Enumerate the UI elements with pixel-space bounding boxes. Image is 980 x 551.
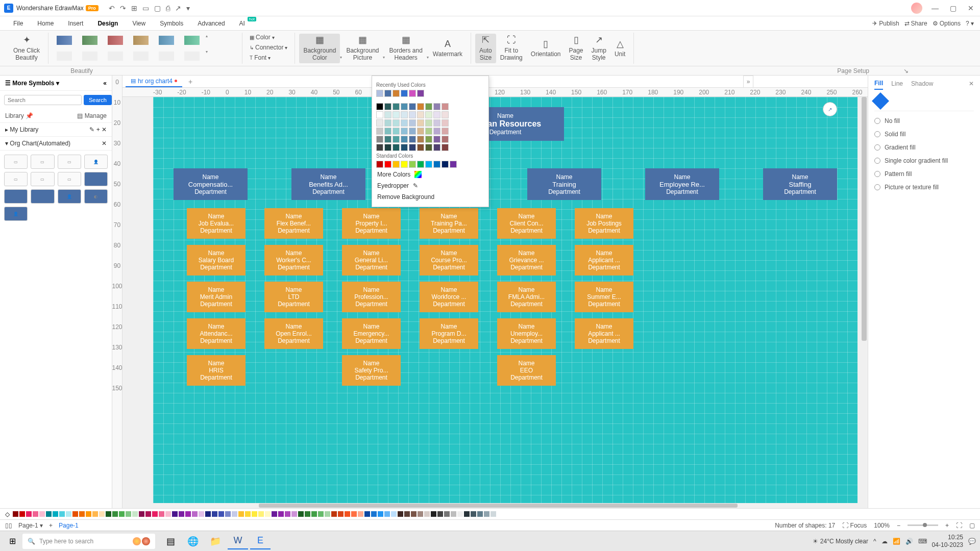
- fill-tab[interactable]: Fill: [874, 80, 883, 90]
- close-button[interactable]: ✕: [966, 4, 976, 12]
- color-swatch[interactable]: [393, 119, 400, 127]
- color-swatch[interactable]: [442, 144, 449, 151]
- color-swatch[interactable]: [425, 128, 432, 135]
- strip-color[interactable]: [33, 511, 38, 517]
- strip-color[interactable]: [278, 511, 284, 517]
- strip-color[interactable]: [159, 511, 164, 517]
- sub-box[interactable]: NameOpen Enrol...Department: [264, 318, 323, 349]
- weather[interactable]: ☀ 24°C Mostly clear: [813, 538, 868, 545]
- strip-color[interactable]: [351, 511, 357, 517]
- strip-color[interactable]: [424, 511, 430, 517]
- color-swatch[interactable]: [376, 161, 383, 168]
- orientation[interactable]: ▯Orientation: [527, 34, 565, 63]
- symbol-5[interactable]: ▭: [4, 172, 28, 186]
- strip-color[interactable]: [431, 511, 436, 517]
- theme-10[interactable]: [129, 49, 153, 63]
- doc-tab[interactable]: ▤ hr org chart4: [126, 76, 182, 87]
- sub-box[interactable]: NameJob PostingsDepartment: [575, 208, 633, 239]
- dept-box[interactable]: NameCompensatio...Department: [174, 168, 248, 200]
- color-swatch[interactable]: [393, 103, 400, 110]
- page-add[interactable]: +: [49, 522, 53, 529]
- taskbar-search[interactable]: 🔍 Type here to search: [22, 534, 155, 549]
- tray-notifications[interactable]: 💬: [968, 538, 976, 545]
- print-button[interactable]: ⎙: [166, 4, 170, 12]
- my-library[interactable]: ▸ My Library: [5, 126, 38, 133]
- tray-wifi[interactable]: 📶: [893, 538, 900, 545]
- app-edrawmax[interactable]: E: [250, 533, 271, 549]
- tray-onedrive[interactable]: ☁: [881, 538, 888, 545]
- qat-more[interactable]: ▾: [186, 4, 190, 12]
- strip-color[interactable]: [298, 511, 304, 517]
- strip-color[interactable]: [291, 511, 297, 517]
- color-swatch[interactable]: [384, 119, 391, 127]
- dept-box[interactable]: NameEmployee Re...Department: [645, 168, 719, 200]
- expand-right-panel[interactable]: »: [743, 76, 753, 88]
- strip-color[interactable]: [451, 511, 456, 517]
- color-swatch[interactable]: [401, 103, 408, 110]
- theme-3[interactable]: [104, 34, 127, 47]
- sub-box[interactable]: NameFMLA Admi...Department: [497, 282, 556, 312]
- sub-box[interactable]: NameGrievance ...Department: [497, 245, 556, 276]
- strip-color[interactable]: [99, 511, 105, 517]
- zoom-out[interactable]: −: [897, 522, 900, 529]
- strip-color[interactable]: [491, 511, 496, 517]
- open-button[interactable]: ▭: [142, 4, 149, 12]
- fill-solid[interactable]: Solid fill: [874, 128, 974, 141]
- sub-box[interactable]: NameEmergency...Department: [342, 318, 401, 349]
- strip-color[interactable]: [484, 511, 489, 517]
- color-swatch[interactable]: [409, 111, 416, 118]
- sub-box[interactable]: NameCourse Pro...Department: [420, 245, 478, 276]
- share-button[interactable]: ⇄ Share: [904, 20, 927, 27]
- manage-button[interactable]: ▤ Manage: [77, 112, 107, 119]
- menu-home[interactable]: Home: [30, 18, 61, 29]
- sub-box[interactable]: NameProperty I...Department: [342, 208, 401, 239]
- fullscreen-icon[interactable]: ▢: [969, 522, 975, 529]
- maximize-button[interactable]: ▢: [948, 4, 959, 12]
- strip-color[interactable]: [39, 511, 45, 517]
- page-size[interactable]: ▯Page Size: [565, 34, 587, 63]
- tray-lang[interactable]: ⌨: [918, 538, 927, 545]
- color-swatch[interactable]: [393, 111, 400, 118]
- color-swatch[interactable]: [425, 119, 432, 127]
- tray-sound[interactable]: 🔊: [905, 538, 913, 545]
- task-view[interactable]: ▤: [160, 533, 181, 549]
- more-colors[interactable]: More Colors: [376, 169, 484, 180]
- remove-background[interactable]: Remove Background: [376, 191, 484, 203]
- color-dropdown[interactable]: ▦ Color ▾: [247, 33, 278, 42]
- theme-1[interactable]: [53, 34, 76, 47]
- sub-box[interactable]: NameEEODepartment: [497, 355, 556, 386]
- vscrollbar[interactable]: [861, 97, 868, 503]
- color-swatch[interactable]: [417, 128, 424, 135]
- menu-insert[interactable]: Insert: [61, 18, 90, 29]
- symbol-13[interactable]: 👤: [4, 207, 28, 221]
- strip-color[interactable]: [464, 511, 470, 517]
- dept-box[interactable]: NameBenefits Ad...Department: [291, 168, 365, 200]
- search-input[interactable]: [4, 95, 82, 105]
- strip-color[interactable]: [384, 511, 390, 517]
- strip-color[interactable]: [272, 511, 277, 517]
- eyedropper[interactable]: Eyedropper✎: [376, 180, 484, 191]
- menu-file[interactable]: File: [6, 18, 30, 29]
- fill-gradient[interactable]: Gradient fill: [874, 141, 974, 154]
- color-swatch[interactable]: [376, 136, 383, 143]
- auto-size[interactable]: ⇱Auto Size: [475, 34, 496, 63]
- sub-box[interactable]: NameWorker's C...Department: [264, 245, 323, 276]
- sub-box[interactable]: NameSalary BoardDepartment: [187, 245, 246, 276]
- sub-box[interactable]: NameAttendanc...Department: [187, 318, 246, 349]
- theme-6[interactable]: [180, 34, 204, 47]
- strip-color[interactable]: [92, 511, 98, 517]
- sub-box[interactable]: NameSafety Pro...Department: [342, 355, 401, 386]
- symbol-11[interactable]: 👤: [58, 189, 81, 204]
- color-swatch[interactable]: [376, 119, 383, 127]
- color-swatch[interactable]: [442, 161, 449, 168]
- color-swatch[interactable]: [425, 136, 432, 143]
- fill-none[interactable]: No fill: [874, 114, 974, 128]
- color-swatch[interactable]: [384, 136, 391, 143]
- dept-box[interactable]: NameTrainingDepartment: [527, 168, 601, 200]
- collapse-panel[interactable]: «: [103, 80, 107, 87]
- unit[interactable]: △Unit: [610, 34, 629, 63]
- color-swatch[interactable]: [401, 111, 408, 118]
- color-swatch[interactable]: [417, 136, 424, 143]
- sub-box[interactable]: NameWorkforce ...Department: [420, 282, 478, 312]
- strip-color[interactable]: [218, 511, 224, 517]
